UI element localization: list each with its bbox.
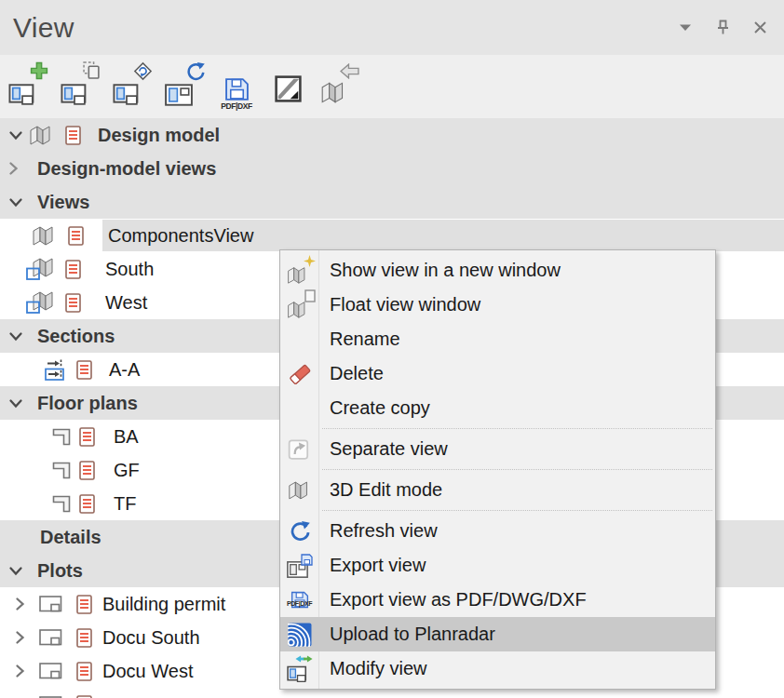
- chevron-right-icon[interactable]: [15, 597, 25, 611]
- tree-row-label: Docu TF: [102, 694, 173, 698]
- red-list-icon: [65, 126, 81, 145]
- tree-row-label: TF: [114, 493, 136, 515]
- menu-item-upload-to-planradar[interactable]: Upload to Planradar: [280, 617, 715, 651]
- view-panel: View PDF|DXF: [0, 0, 784, 698]
- red-list-icon: [79, 427, 95, 447]
- red-list-icon: [76, 595, 92, 614]
- chevron-right-icon[interactable]: [15, 630, 25, 645]
- previous-view-button[interactable]: [315, 60, 367, 114]
- box-3d-icon: [28, 124, 56, 146]
- planradar-icon: [288, 623, 312, 647]
- menu-item-label: Export view: [330, 555, 426, 576]
- chevron-down-icon[interactable]: [8, 197, 23, 208]
- create-view-button[interactable]: [2, 60, 54, 114]
- menu-item-separate-view[interactable]: Separate view: [280, 432, 715, 466]
- menu-item-label: Refresh view: [330, 520, 438, 542]
- menu-item-refresh-view[interactable]: Refresh view: [280, 514, 715, 548]
- menu-item-label: Upload to Planradar: [330, 624, 495, 645]
- pdf-dxf-label: PDF|DXF: [221, 101, 252, 111]
- tree-row-design-model[interactable]: Design model: [0, 118, 784, 152]
- window-controls: [674, 17, 771, 39]
- tree-row-label: South: [105, 259, 154, 280]
- tree-row-label: GF: [114, 460, 140, 481]
- tree-row-design-model-views[interactable]: Design-model views: [0, 152, 784, 185]
- save-floppy-icon: [301, 554, 313, 566]
- tree-row-label: Design-model views: [37, 158, 216, 180]
- plot-icon: [39, 663, 62, 679]
- close-panel-button[interactable]: [749, 17, 771, 39]
- menu-item-export-view-pdf-dwg-dxf[interactable]: PDF|DXF Export view as PDF/DWG/DXF: [280, 583, 715, 617]
- menu-item-export-view[interactable]: Export view: [280, 548, 715, 583]
- refresh-view-button[interactable]: [158, 60, 210, 114]
- panel-menu-button[interactable]: [674, 17, 696, 39]
- copy-icon: [83, 61, 101, 79]
- red-list-icon: [65, 260, 81, 279]
- floor-plan-icon: [51, 460, 72, 480]
- menu-item-label: Delete: [330, 363, 384, 384]
- view-context-menu: Show view in a new window Float view win…: [279, 249, 716, 690]
- floor-plan-icon: [51, 426, 72, 447]
- copy-view-button[interactable]: [54, 60, 106, 114]
- menu-item-label: Float view window: [330, 294, 480, 315]
- red-list-icon: [76, 662, 92, 681]
- menu-item-float-view-window[interactable]: Float view window: [280, 288, 715, 322]
- menu-item-label: 3D Edit mode: [330, 479, 442, 501]
- back-arrow-icon: [340, 63, 359, 79]
- tree-row-views[interactable]: Views: [0, 185, 784, 219]
- pin-panel-button[interactable]: [711, 17, 734, 39]
- elevation-view-icon: [26, 257, 58, 281]
- rotate-view-button[interactable]: [106, 60, 158, 114]
- view-glyph-icon: [8, 82, 36, 106]
- red-list-icon: [76, 628, 92, 648]
- chevron-right-icon[interactable]: [8, 161, 19, 176]
- export-pdf-dxf-button[interactable]: PDF|DXF: [210, 60, 263, 114]
- menu-item-show-view-in-new-window[interactable]: Show view in a new window: [280, 253, 715, 288]
- red-list-icon: [79, 494, 95, 514]
- tree-row-label: Docu South: [102, 627, 200, 649]
- refresh-icon: [185, 61, 205, 81]
- plot-icon: [39, 596, 62, 612]
- menu-item-label: Rename: [330, 329, 400, 350]
- view-glyph-icon: [113, 82, 141, 106]
- close-icon: [753, 20, 767, 34]
- menu-item-create-copy[interactable]: Create copy: [280, 391, 715, 425]
- box-3d-icon: [319, 80, 349, 104]
- section-view-icon: [45, 358, 69, 381]
- contrast-icon: [275, 75, 302, 102]
- tree-row-label: Floor plans: [37, 393, 138, 414]
- red-list-icon: [79, 461, 95, 480]
- star-icon: [304, 255, 316, 267]
- chevron-down-icon: [679, 23, 692, 32]
- tree-row-label: Docu West: [102, 661, 193, 682]
- toggle-background-button[interactable]: [263, 60, 315, 114]
- swap-arrows-icon: [295, 654, 313, 664]
- box-3d-icon: [31, 224, 59, 247]
- menu-item-delete[interactable]: Delete: [280, 356, 715, 391]
- selected-row-highlight: ComponentsView: [102, 220, 784, 251]
- box-3d-icon: [286, 300, 310, 319]
- menu-item-label: Modify view: [330, 658, 426, 679]
- red-list-icon: [76, 360, 92, 380]
- tree-row-componentsview[interactable]: ComponentsView: [0, 219, 784, 252]
- tree-row-label: Design model: [98, 125, 220, 146]
- red-list-icon: [76, 695, 92, 698]
- chevron-down-icon[interactable]: [8, 130, 23, 141]
- chevron-down-icon[interactable]: [8, 331, 23, 342]
- red-list-icon: [68, 226, 84, 246]
- box-3d-icon: [287, 479, 313, 501]
- elevation-view-icon: [26, 290, 58, 315]
- chevron-down-icon[interactable]: [8, 566, 23, 576]
- menu-item-3d-edit-mode[interactable]: 3D Edit mode: [280, 473, 715, 507]
- box-3d-icon: [286, 265, 310, 285]
- plus-icon: [30, 61, 48, 80]
- chevron-down-icon[interactable]: [8, 398, 23, 409]
- tree-row-label: Details: [40, 527, 101, 548]
- menu-item-label: Separate view: [330, 438, 448, 460]
- menu-item-modify-view[interactable]: Modify view: [280, 651, 715, 686]
- tree-row-label: ComponentsView: [108, 225, 253, 247]
- view-glyph-icon: [61, 82, 88, 106]
- chevron-right-icon[interactable]: [15, 664, 25, 678]
- refresh-icon: [289, 520, 310, 542]
- menu-item-rename[interactable]: Rename: [280, 322, 715, 356]
- layout-glyph-icon: [165, 84, 193, 106]
